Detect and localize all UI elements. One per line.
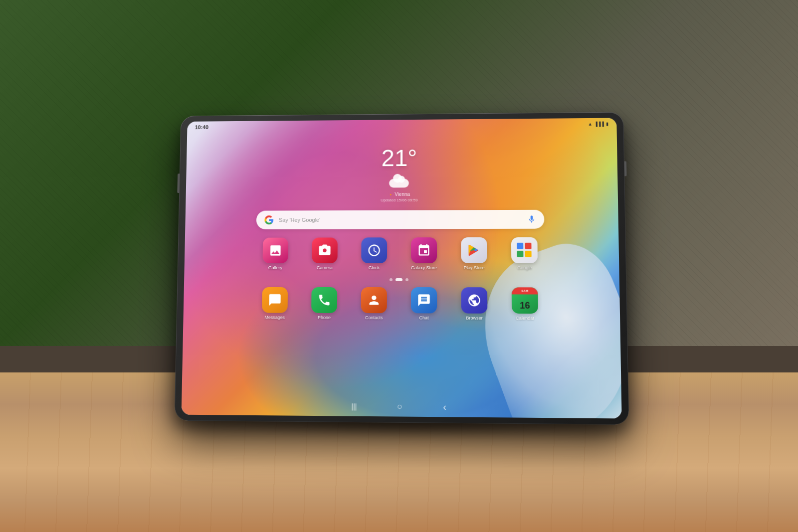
signal-icon: ▐▐▐ bbox=[595, 121, 604, 126]
messages-icon bbox=[262, 287, 288, 313]
page-dots bbox=[390, 278, 408, 281]
tablet-screen: 10:40 ▲ ▐▐▐ ▮ 21° 🔸 Vienna Updated 15/06… bbox=[182, 118, 622, 418]
search-bar[interactable]: Say 'Hey Google' bbox=[256, 209, 545, 229]
nav-bar: ||| ○ ‹ bbox=[351, 400, 446, 413]
calendar-label: Calendar bbox=[516, 315, 534, 320]
weather-location: 🔸 Vienna bbox=[381, 191, 417, 197]
camera-icon bbox=[312, 237, 338, 263]
battery-icon: ▮ bbox=[606, 121, 608, 126]
wifi-icon: ▲ bbox=[588, 121, 593, 126]
google-folder-icon bbox=[511, 237, 538, 263]
gallery-icon bbox=[262, 237, 288, 263]
phone-label: Phone bbox=[318, 315, 331, 320]
app-chat[interactable]: Chat bbox=[406, 287, 442, 321]
page-dot-1 bbox=[390, 278, 393, 281]
google-logo bbox=[264, 215, 274, 225]
clock-label: Clock bbox=[369, 265, 380, 270]
calendar-icon: SAM 16 bbox=[512, 287, 538, 314]
app-google-folder[interactable]: Google bbox=[506, 237, 543, 270]
nav-back-button[interactable]: ‹ bbox=[443, 401, 446, 413]
app-row-1: Gallery Camera Clock bbox=[257, 237, 543, 270]
camera-label: Camera bbox=[317, 265, 333, 270]
chat-icon bbox=[411, 287, 437, 313]
phone-icon bbox=[311, 287, 337, 313]
galaxy-store-icon bbox=[411, 237, 437, 263]
clock-icon bbox=[361, 237, 387, 263]
volume-button[interactable] bbox=[177, 174, 180, 193]
google-folder-label: Google bbox=[517, 265, 532, 270]
grid-g bbox=[517, 242, 523, 249]
page-dot-2 bbox=[396, 278, 402, 281]
galaxy-store-label: Galaxy Store bbox=[411, 265, 437, 270]
cloud-icon bbox=[389, 178, 409, 187]
grid-maps bbox=[517, 250, 523, 257]
app-calendar[interactable]: SAM 16 Calendar bbox=[507, 287, 544, 321]
search-placeholder: Say 'Hey Google' bbox=[279, 216, 527, 222]
app-play-store[interactable]: Play Store bbox=[456, 237, 492, 270]
status-icons: ▲ ▐▐▐ ▮ bbox=[588, 121, 609, 126]
tablet-shell: 10:40 ▲ ▐▐▐ ▮ 21° 🔸 Vienna Updated 15/06… bbox=[175, 112, 629, 424]
weather-icon bbox=[389, 174, 409, 187]
page-dot-3 bbox=[405, 278, 408, 281]
app-browser[interactable]: Browser bbox=[456, 287, 492, 321]
power-button[interactable] bbox=[624, 161, 627, 176]
app-contacts[interactable]: Contacts bbox=[356, 287, 392, 320]
contacts-icon bbox=[361, 287, 387, 313]
google-grid bbox=[517, 242, 532, 257]
app-row-2: Messages Phone Contacts bbox=[257, 287, 543, 321]
nav-recents-button[interactable]: ||| bbox=[351, 402, 357, 410]
status-time: 10:40 bbox=[195, 124, 208, 130]
gallery-label: Gallery bbox=[268, 265, 282, 270]
weather-widget: 21° 🔸 Vienna Updated 15/06 09:59 bbox=[381, 146, 417, 202]
weather-updated: Updated 15/06 09:59 bbox=[381, 197, 417, 202]
play-store-label: Play Store bbox=[464, 265, 485, 270]
contacts-label: Contacts bbox=[365, 315, 383, 320]
app-galaxy-store[interactable]: Galaxy Store bbox=[406, 237, 442, 270]
nav-home-button[interactable]: ○ bbox=[397, 401, 402, 412]
browser-label: Browser bbox=[466, 315, 482, 320]
app-gallery[interactable]: Gallery bbox=[257, 237, 293, 270]
play-store-icon bbox=[461, 237, 487, 263]
tablet-device: 10:40 ▲ ▐▐▐ ▮ 21° 🔸 Vienna Updated 15/06… bbox=[175, 112, 629, 424]
app-messages[interactable]: Messages bbox=[257, 287, 293, 320]
app-camera[interactable]: Camera bbox=[307, 237, 343, 270]
app-clock[interactable]: Clock bbox=[356, 237, 392, 270]
mic-icon bbox=[527, 214, 536, 223]
grid-y bbox=[525, 250, 531, 257]
grid-m bbox=[525, 242, 531, 249]
weather-temperature: 21° bbox=[381, 146, 417, 170]
chat-label: Chat bbox=[419, 315, 429, 320]
messages-label: Messages bbox=[264, 315, 285, 320]
app-phone[interactable]: Phone bbox=[306, 287, 342, 320]
browser-icon bbox=[461, 287, 488, 314]
